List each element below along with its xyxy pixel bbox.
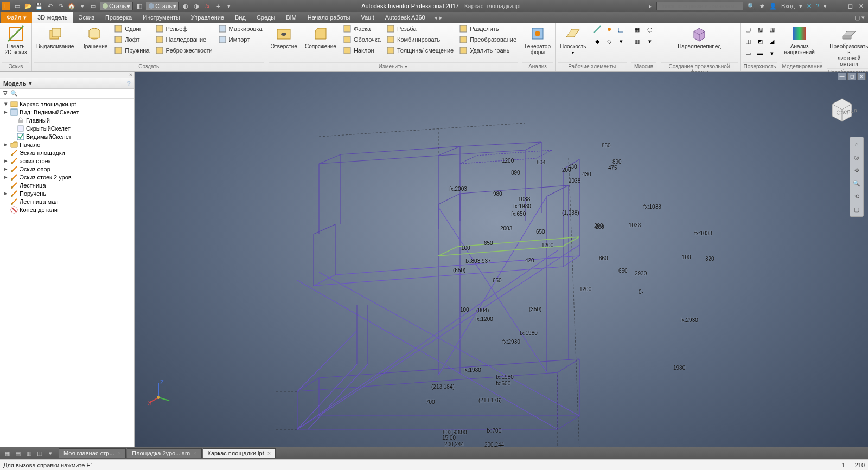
dimension-label[interactable]: 804 bbox=[537, 159, 546, 165]
dimension-label[interactable]: 890 bbox=[511, 170, 520, 176]
extrude-button[interactable]: Выдавливание bbox=[34, 24, 76, 50]
ribbon-small-button[interactable]: Пружина bbox=[113, 46, 150, 55]
expander-icon[interactable]: ▸ bbox=[3, 108, 9, 115]
tree-node[interactable]: ▸Начало bbox=[0, 140, 134, 149]
expander-icon[interactable]: ▸ bbox=[3, 157, 9, 164]
dimension-label[interactable]: 650 bbox=[484, 240, 493, 246]
ribbon-small-button[interactable]: Импорт bbox=[217, 35, 264, 44]
arrange-icon[interactable]: ◫ bbox=[35, 448, 44, 458]
dimension-label[interactable]: fx:1980 bbox=[496, 374, 514, 380]
zoom-icon[interactable]: 🔍 bbox=[852, 178, 861, 188]
dimension-label[interactable]: 860 bbox=[599, 255, 608, 261]
dimension-label[interactable]: 650 bbox=[536, 229, 545, 235]
dimension-label[interactable]: fx:700 bbox=[487, 428, 501, 434]
dimension-label[interactable]: (650) bbox=[453, 267, 465, 273]
document-tab[interactable]: Площадка 2уро...iam× bbox=[127, 448, 201, 458]
surf-icon[interactable]: ▨ bbox=[755, 24, 765, 35]
dimension-label[interactable]: fx:2930 bbox=[680, 317, 698, 323]
ribbon-small-button[interactable]: Лофт bbox=[113, 35, 150, 44]
home-view-icon[interactable]: ⌂ bbox=[852, 139, 861, 149]
ribbon-small-button[interactable]: Удалить грань bbox=[458, 46, 518, 55]
viewcube[interactable]: Спереди bbox=[827, 93, 857, 124]
dimension-label[interactable]: fx:1038 bbox=[643, 204, 661, 210]
dimension-label[interactable]: fx:1980 bbox=[463, 367, 481, 373]
tree-node[interactable]: ▸эскиз стоек bbox=[0, 157, 134, 165]
model-canvas[interactable] bbox=[135, 72, 868, 447]
dimension-label[interactable]: fx:1038 bbox=[694, 230, 712, 236]
redo-icon[interactable]: ↷ bbox=[56, 2, 65, 10]
ribbon-tab[interactable]: Среды bbox=[251, 12, 280, 23]
tree-node[interactable]: Лестница мал bbox=[0, 197, 134, 205]
browser-header[interactable]: Модель▾? bbox=[0, 78, 134, 89]
dimension-label[interactable]: 1038 bbox=[629, 222, 641, 228]
arrange-icon[interactable]: ▦ bbox=[2, 448, 12, 458]
expander-icon[interactable]: ▸ bbox=[3, 190, 9, 197]
dimension-label[interactable]: 1038 bbox=[569, 178, 580, 184]
close-icon[interactable]: × bbox=[193, 450, 196, 456]
dimension-label[interactable]: 1200 bbox=[541, 242, 553, 248]
dimension-label[interactable]: 2930 bbox=[635, 271, 647, 276]
help-icon[interactable]: ? bbox=[816, 3, 819, 9]
home-icon[interactable]: 🏠 bbox=[67, 2, 76, 10]
dimension-label[interactable]: (350) bbox=[529, 306, 541, 312]
ribbon-tab[interactable]: Проверка bbox=[100, 12, 137, 23]
ribbon-tab[interactable]: Начало работы bbox=[302, 12, 356, 23]
dimension-label[interactable]: fx:803,937 bbox=[465, 258, 491, 264]
ribbon-small-button[interactable]: Маркировка bbox=[217, 24, 264, 34]
dimension-label[interactable]: fx:600 bbox=[496, 381, 510, 387]
box-freeform-button[interactable]: Параллелепипед bbox=[675, 24, 723, 50]
tree-node[interactable]: СкрытыйСкелет bbox=[0, 124, 134, 132]
ribbon-small-button[interactable]: Оболочка bbox=[342, 35, 382, 44]
qat-more-icon[interactable]: ▾ bbox=[225, 2, 233, 10]
ribbon-tab[interactable]: Vault bbox=[355, 12, 379, 23]
surf-icon[interactable]: ◩ bbox=[755, 36, 765, 47]
login-drop-icon[interactable]: ▾ bbox=[799, 3, 802, 10]
dimension-label[interactable]: 430 bbox=[582, 171, 591, 177]
lookat-icon[interactable]: ▢ bbox=[852, 204, 861, 214]
dimension-label[interactable]: 650 bbox=[493, 278, 502, 284]
save-icon[interactable]: 💾 bbox=[35, 2, 43, 10]
tab-nav-icon[interactable]: ▸ bbox=[439, 14, 443, 21]
close-button[interactable]: ✕ bbox=[856, 2, 866, 10]
exchange-icon[interactable]: ✕ bbox=[807, 3, 812, 10]
dimension-label[interactable]: fx:1200 bbox=[475, 316, 493, 322]
dimension-label[interactable]: fx:650 bbox=[511, 211, 526, 217]
ribbon-small-button[interactable]: Ребро жесткости bbox=[154, 46, 214, 55]
dimension-label[interactable]: (804) bbox=[476, 307, 489, 313]
filter-icon[interactable]: ∇ bbox=[3, 90, 7, 97]
dimension-label[interactable]: 200 bbox=[562, 167, 571, 173]
dimension-label[interactable]: fx:1980 bbox=[513, 203, 531, 209]
appearance-icon[interactable]: ◧ bbox=[135, 2, 144, 10]
plane-button[interactable]: Плоскость▾ bbox=[558, 24, 589, 56]
pan-icon[interactable]: ✥ bbox=[852, 165, 861, 175]
ribbon-small-button[interactable]: Наклон bbox=[342, 46, 382, 55]
appearance-select[interactable]: Сталь▾ bbox=[146, 2, 179, 10]
ucs-icon[interactable] bbox=[616, 24, 627, 35]
surf-icon[interactable]: ▾ bbox=[767, 48, 777, 59]
surf-icon[interactable]: ▬ bbox=[755, 48, 765, 59]
dimension-label[interactable]: 15,00 bbox=[442, 435, 456, 441]
dimension-label[interactable]: 420 bbox=[525, 257, 534, 263]
start-2d-sketch-button[interactable]: Начать 2D-эскиз bbox=[2, 24, 29, 56]
arrange-drop-icon[interactable]: ▾ bbox=[46, 448, 55, 458]
ribbon-small-button[interactable]: Фаска bbox=[342, 24, 382, 34]
axis-icon[interactable] bbox=[592, 24, 603, 35]
tree-node[interactable]: ▸Вид: ВидимыйСкелет bbox=[0, 108, 134, 116]
ribbon-small-button[interactable]: Комбинировать bbox=[385, 35, 455, 44]
work-icon[interactable]: ▾ bbox=[616, 36, 627, 47]
qat-icon[interactable]: ◐ bbox=[181, 2, 190, 10]
expander-icon[interactable]: ▸ bbox=[3, 173, 9, 181]
surf-icon[interactable]: ▭ bbox=[743, 48, 754, 59]
ribbon-small-button[interactable]: Толщина/ смещение bbox=[385, 46, 455, 55]
dimension-label[interactable]: 200,244 bbox=[484, 442, 504, 447]
tree-node[interactable]: Главный bbox=[0, 116, 134, 124]
minimize-button[interactable]: — bbox=[834, 2, 844, 10]
dropdown-icon[interactable]: ▾ bbox=[78, 2, 87, 10]
material-select[interactable]: Сталь▾ bbox=[100, 2, 133, 10]
pattern-icon[interactable]: ▾ bbox=[644, 36, 655, 47]
undo-icon[interactable]: ↶ bbox=[46, 2, 54, 10]
shape-generator-button[interactable]: Генератор форм bbox=[522, 24, 553, 56]
search-icon[interactable]: 🔍 bbox=[748, 3, 755, 10]
search-input[interactable] bbox=[656, 2, 743, 10]
qat-icon[interactable]: ◑ bbox=[192, 2, 201, 10]
